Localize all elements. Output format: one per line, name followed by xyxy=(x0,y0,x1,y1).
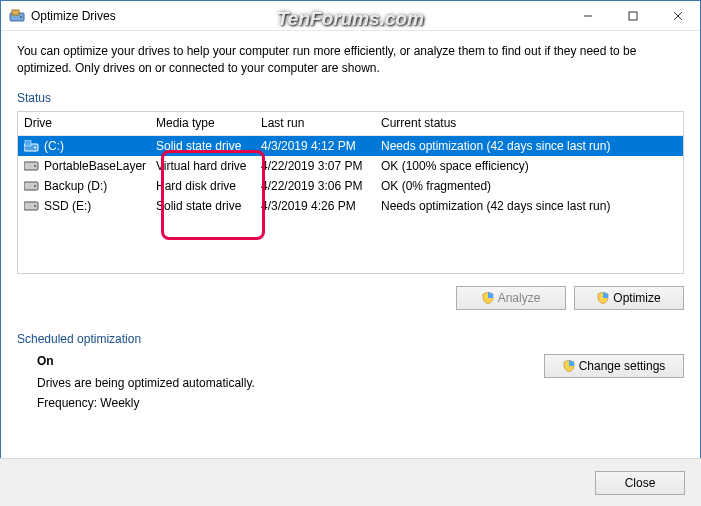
sched-text: On Drives are being optimized automatica… xyxy=(17,354,524,416)
media-type: Hard disk drive xyxy=(150,177,255,195)
sched-label: Scheduled optimization xyxy=(17,332,684,346)
shield-icon xyxy=(563,360,575,372)
col-media[interactable]: Media type xyxy=(150,112,255,135)
sched-on: On xyxy=(37,354,524,368)
table-row[interactable]: PortableBaseLayer ..Virtual hard drive4/… xyxy=(18,156,683,176)
shield-icon xyxy=(482,292,494,304)
optimize-label: Optimize xyxy=(613,291,660,305)
current-status: OK (0% fragmented) xyxy=(375,177,683,195)
svg-rect-9 xyxy=(25,140,31,146)
scheduled-section: Scheduled optimization On Drives are bei… xyxy=(17,332,684,416)
svg-point-13 xyxy=(34,185,36,187)
svg-point-1 xyxy=(20,16,22,18)
drive-list: Drive Media type Last run Current status… xyxy=(17,111,684,274)
footer: Close xyxy=(0,458,701,506)
close-dialog-button[interactable]: Close xyxy=(595,471,685,495)
svg-rect-4 xyxy=(629,12,637,20)
content-area: You can optimize your drives to help you… xyxy=(1,31,700,428)
col-status[interactable]: Current status xyxy=(375,112,683,135)
maximize-button[interactable] xyxy=(610,1,655,30)
sched-desc: Drives are being optimized automatically… xyxy=(37,376,524,390)
analyze-label: Analyze xyxy=(498,291,541,305)
drive-icon xyxy=(24,160,40,172)
close-button[interactable] xyxy=(655,1,700,30)
sched-freq: Frequency: Weekly xyxy=(37,396,524,410)
current-status: Needs optimization (42 days since last r… xyxy=(375,137,683,155)
last-run: 4/22/2019 3:06 PM xyxy=(255,177,375,195)
drive-icon xyxy=(24,200,40,212)
current-status: Needs optimization (42 days since last r… xyxy=(375,197,683,215)
col-last[interactable]: Last run xyxy=(255,112,375,135)
svg-point-11 xyxy=(34,165,36,167)
table-row[interactable]: SSD (E:)Solid state drive4/3/2019 4:26 P… xyxy=(18,196,683,216)
drive-name: SSD (E:) xyxy=(44,199,91,213)
intro-text: You can optimize your drives to help you… xyxy=(17,43,684,77)
action-buttons: Analyze Optimize xyxy=(17,286,684,310)
svg-rect-2 xyxy=(12,10,19,15)
column-headers: Drive Media type Last run Current status xyxy=(18,112,683,136)
shield-icon xyxy=(597,292,609,304)
col-drive[interactable]: Drive xyxy=(18,112,150,135)
svg-point-8 xyxy=(34,146,36,148)
close-label: Close xyxy=(625,476,656,490)
svg-point-15 xyxy=(34,205,36,207)
optimize-button[interactable]: Optimize xyxy=(574,286,684,310)
change-label: Change settings xyxy=(579,359,666,373)
media-type: Solid state drive xyxy=(150,137,255,155)
table-row[interactable]: (C:)Solid state drive4/3/2019 4:12 PMNee… xyxy=(18,136,683,156)
titlebar: Optimize Drives xyxy=(1,1,700,31)
minimize-button[interactable] xyxy=(565,1,610,30)
drive-icon xyxy=(24,140,40,152)
table-row[interactable]: Backup (D:)Hard disk drive4/22/2019 3:06… xyxy=(18,176,683,196)
media-type: Virtual hard drive xyxy=(150,157,255,175)
current-status: OK (100% space efficiency) xyxy=(375,157,683,175)
analyze-button[interactable]: Analyze xyxy=(456,286,566,310)
app-icon xyxy=(9,8,25,24)
drive-name: PortableBaseLayer .. xyxy=(44,159,150,173)
drive-name: Backup (D:) xyxy=(44,179,107,193)
change-settings-button[interactable]: Change settings xyxy=(544,354,684,378)
last-run: 4/3/2019 4:12 PM xyxy=(255,137,375,155)
media-type: Solid state drive xyxy=(150,197,255,215)
last-run: 4/22/2019 3:07 PM xyxy=(255,157,375,175)
drive-name: (C:) xyxy=(44,139,64,153)
last-run: 4/3/2019 4:26 PM xyxy=(255,197,375,215)
status-label: Status xyxy=(17,91,684,105)
window-controls xyxy=(565,1,700,30)
window-title: Optimize Drives xyxy=(31,9,565,23)
drive-icon xyxy=(24,180,40,192)
